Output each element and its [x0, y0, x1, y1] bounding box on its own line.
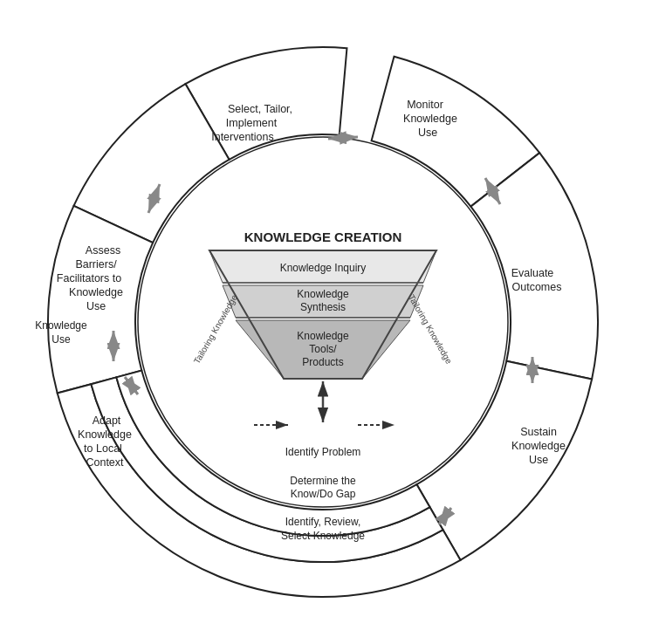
funnel-synthesis-label-1: Knowledge	[297, 288, 349, 300]
label-identify-review-1: Identify, Review,	[285, 516, 360, 528]
label-determine-2: Know/Do Gap	[290, 488, 355, 500]
knowledge-creation-title: KNOWLEDGE CREATION	[244, 230, 401, 244]
label-adapt-3: to Local	[84, 442, 122, 455]
label-identify-problem: Identify Problem	[285, 446, 360, 458]
label-sustain-3: Use	[528, 454, 547, 466]
label-monitor-2: Knowledge	[403, 113, 457, 125]
label-determine-1: Determine the	[290, 475, 356, 487]
label-select-tailor-3: Interventions	[211, 131, 274, 143]
diagram-container: // This won't execute in SVG context, so…	[17, 17, 628, 627]
label-evaluate-1: Evaluate	[511, 267, 553, 279]
label-select-tailor-1: Select, Tailor,	[227, 103, 292, 115]
label-evaluate-2: Outcomes	[511, 281, 561, 293]
label-adapt-2: Knowledge	[78, 428, 132, 441]
label-assess-5: Use	[86, 300, 105, 312]
label-assess-3: Facilitators to	[56, 272, 120, 284]
label-assess-4: Knowledge	[69, 286, 123, 298]
funnel-inquiry-label: Knowledge Inquiry	[279, 262, 366, 274]
funnel-synthesis-label-2: Synthesis	[299, 301, 345, 313]
label-assess-1: Assess	[85, 244, 120, 257]
label-knowledge-use-left: Knowledge	[35, 319, 87, 332]
label-monitor-3: Use	[417, 127, 436, 139]
label-adapt-4: Context	[86, 456, 124, 469]
label-adapt-1: Adapt	[92, 414, 120, 427]
label-sustain-1: Sustain	[520, 426, 557, 438]
funnel-tools-label-3: Products	[302, 356, 343, 368]
arrow-top	[328, 137, 358, 139]
label-select-tailor-2: Implement	[225, 117, 277, 129]
label-sustain-2: Knowledge	[511, 440, 566, 452]
label-knowledge-use-left-2: Use	[51, 333, 71, 346]
funnel-tools-label-1: Knowledge	[297, 330, 349, 342]
label-monitor-1: Monitor	[407, 99, 443, 111]
funnel-tools-label-2: Tools/	[309, 343, 337, 355]
label-assess-2: Barriers/	[75, 258, 117, 271]
label-identify-review-2: Select Knowledge	[280, 530, 364, 542]
